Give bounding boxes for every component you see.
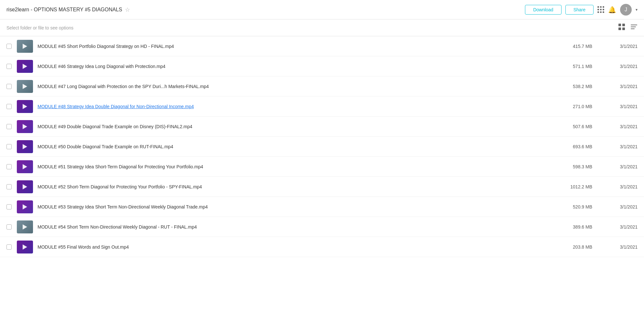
- svg-rect-0: [618, 24, 621, 26]
- folder-placeholder-text: Select folder or file to see options: [6, 25, 618, 30]
- file-size: 598.3 MB: [566, 164, 605, 169]
- dot: [600, 6, 602, 8]
- play-icon: [23, 144, 27, 149]
- file-list: MODULE #45 Short Portfolio Diagonal Stra…: [0, 36, 644, 257]
- file-checkbox[interactable]: [6, 184, 12, 189]
- file-name: MODULE #46 Strategy Idea Long Diagonal w…: [38, 64, 566, 69]
- file-date: 3/1/2021: [605, 184, 638, 189]
- file-thumbnail: [17, 120, 33, 133]
- download-button[interactable]: Download: [525, 5, 561, 15]
- file-name: MODULE #47 Long Diagonal with Protection…: [38, 84, 566, 89]
- file-thumbnail: [17, 200, 33, 213]
- file-checkbox[interactable]: [6, 124, 12, 129]
- play-icon: [23, 124, 27, 129]
- file-checkbox[interactable]: [6, 164, 12, 169]
- file-size: 520.9 MB: [566, 204, 605, 209]
- file-date: 3/1/2021: [605, 204, 638, 209]
- dot: [603, 11, 604, 13]
- file-checkbox[interactable]: [6, 64, 12, 69]
- file-size: 271.0 MB: [566, 104, 605, 109]
- file-thumbnail: [17, 80, 33, 93]
- file-date: 3/1/2021: [605, 104, 638, 109]
- file-thumbnail: [17, 100, 33, 113]
- file-checkbox[interactable]: [6, 44, 12, 49]
- dot: [603, 9, 604, 10]
- file-size: 507.6 MB: [566, 124, 605, 129]
- toolbar-icons: [618, 23, 638, 32]
- file-checkbox[interactable]: [6, 244, 12, 250]
- file-name[interactable]: MODULE #48 Strategy Idea Double Diagonal…: [38, 104, 566, 109]
- play-icon: [23, 164, 27, 169]
- svg-rect-3: [622, 28, 625, 30]
- header: rise2learn - OPTIONS MASTERY #5 DIAGONAL…: [0, 0, 644, 19]
- play-icon: [23, 184, 27, 189]
- svg-rect-1: [622, 24, 625, 26]
- file-thumbnail: [17, 180, 33, 193]
- file-thumbnail: [17, 160, 33, 173]
- file-date: 3/1/2021: [605, 124, 638, 129]
- page-title: rise2learn - OPTIONS MASTERY #5 DIAGONAL…: [6, 7, 122, 13]
- file-size: 203.8 MB: [566, 244, 605, 250]
- dot: [597, 6, 599, 8]
- share-button[interactable]: Share: [565, 5, 594, 15]
- file-date: 3/1/2021: [605, 64, 638, 69]
- table-row: MODULE #47 Long Diagonal with Protection…: [0, 76, 644, 96]
- file-checkbox[interactable]: [6, 204, 12, 209]
- file-date: 3/1/2021: [605, 164, 638, 169]
- file-thumbnail: [17, 140, 33, 153]
- play-icon: [23, 44, 27, 49]
- toolbar: Select folder or file to see options: [0, 19, 644, 36]
- notification-bell-icon[interactable]: 🔔: [608, 6, 616, 14]
- file-checkbox[interactable]: [6, 104, 12, 109]
- file-date: 3/1/2021: [605, 84, 638, 89]
- dot: [600, 11, 602, 13]
- file-name: MODULE #45 Short Portfolio Diagonal Stra…: [38, 44, 566, 49]
- table-row: MODULE #55 Final Words and Sign Out.mp4 …: [0, 237, 644, 257]
- avatar[interactable]: J: [620, 4, 632, 16]
- dot: [597, 9, 599, 10]
- play-icon: [23, 84, 27, 89]
- file-size: 693.6 MB: [566, 144, 605, 149]
- file-size: 538.2 MB: [566, 84, 605, 89]
- file-date: 3/1/2021: [605, 244, 638, 250]
- file-date: 3/1/2021: [605, 44, 638, 49]
- avatar-caret-icon[interactable]: ▾: [636, 7, 638, 12]
- table-row: MODULE #48 Strategy Idea Double Diagonal…: [0, 96, 644, 117]
- dot: [603, 6, 604, 8]
- file-name: MODULE #53 Strategy Idea Short Term Non-…: [38, 204, 566, 209]
- star-icon[interactable]: ☆: [125, 6, 130, 13]
- file-size: 1012.2 MB: [566, 184, 605, 189]
- table-row: MODULE #49 Double Diagonal Trade Example…: [0, 117, 644, 137]
- file-size: 389.6 MB: [566, 224, 605, 230]
- grid-view-icon[interactable]: [618, 23, 625, 32]
- table-row: MODULE #46 Strategy Idea Long Diagonal w…: [0, 56, 644, 76]
- file-checkbox[interactable]: [6, 144, 12, 149]
- table-row: MODULE #52 Short-Term Diagonal for Prote…: [0, 177, 644, 197]
- file-name: MODULE #49 Double Diagonal Trade Example…: [38, 124, 566, 129]
- file-checkbox[interactable]: [6, 84, 12, 89]
- file-name: MODULE #55 Final Words and Sign Out.mp4: [38, 244, 566, 250]
- file-checkbox[interactable]: [6, 224, 12, 230]
- file-thumbnail: [17, 60, 33, 73]
- play-icon: [23, 104, 27, 109]
- file-thumbnail: [17, 40, 33, 53]
- table-row: MODULE #50 Double Diagonal Trade Example…: [0, 137, 644, 157]
- file-date: 3/1/2021: [605, 144, 638, 149]
- play-icon: [23, 204, 27, 209]
- header-actions: Download Share 🔔 J ▾: [525, 4, 638, 16]
- sort-icon[interactable]: [630, 23, 638, 32]
- file-size: 415.7 MB: [566, 44, 605, 49]
- file-name: MODULE #52 Short-Term Diagonal for Prote…: [38, 184, 566, 189]
- file-date: 3/1/2021: [605, 224, 638, 230]
- svg-rect-2: [618, 28, 621, 30]
- play-icon: [23, 64, 27, 69]
- file-name: MODULE #54 Short Term Non-Directional We…: [38, 224, 566, 230]
- play-icon: [23, 244, 27, 250]
- table-row: MODULE #53 Strategy Idea Short Term Non-…: [0, 197, 644, 217]
- play-icon: [23, 224, 27, 230]
- table-row: MODULE #54 Short Term Non-Directional We…: [0, 217, 644, 237]
- apps-grid-icon[interactable]: [597, 6, 604, 13]
- file-name: MODULE #50 Double Diagonal Trade Example…: [38, 144, 566, 149]
- table-row: MODULE #51 Strategy Idea Short-Term Diag…: [0, 157, 644, 177]
- file-thumbnail: [17, 220, 33, 233]
